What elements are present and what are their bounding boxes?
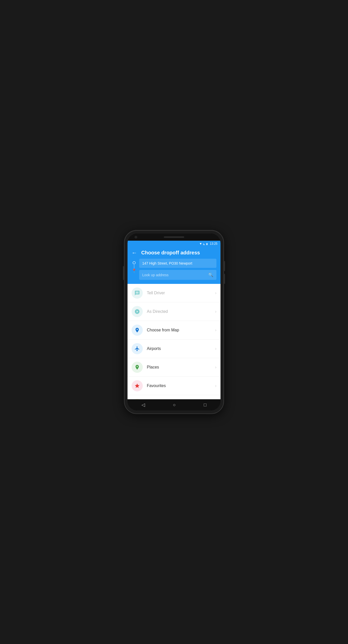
- menu-item-tell-driver[interactable]: Tell Driver ›: [128, 284, 220, 302]
- tell-driver-chevron: ›: [215, 291, 216, 295]
- menu-item-favourites[interactable]: Favourites ›: [128, 377, 220, 395]
- menu-item-airports[interactable]: Airports ›: [128, 340, 220, 358]
- power-button: [123, 266, 124, 280]
- menu-item-places[interactable]: Places ›: [128, 358, 220, 377]
- as-directed-chevron: ›: [215, 309, 216, 314]
- nav-back-button[interactable]: ◁: [141, 402, 145, 408]
- dropoff-pin-icon: 📍: [132, 269, 137, 273]
- status-bar: ▼ ◣ ▮ 13:25: [128, 241, 220, 247]
- back-button[interactable]: ←: [132, 250, 137, 256]
- choose-from-map-label: Choose from Map: [147, 328, 215, 332]
- menu-item-as-directed[interactable]: As Directed ›: [128, 302, 220, 321]
- contact-book-icon: [132, 399, 143, 399]
- status-time: 13:25: [210, 242, 217, 246]
- bottom-nav-bar: ◁ ○ □: [128, 399, 220, 410]
- tell-driver-label: Tell Driver: [147, 291, 215, 295]
- nav-home-button[interactable]: ○: [173, 402, 176, 408]
- airports-label: Airports: [147, 346, 215, 351]
- tell-driver-icon: [132, 287, 143, 299]
- dropoff-search-field[interactable]: 🔍: [139, 270, 216, 280]
- battery-icon: ▮: [206, 242, 208, 245]
- search-input[interactable]: [142, 273, 208, 277]
- menu-item-choose-from-map[interactable]: Choose from Map ›: [128, 321, 220, 340]
- choose-from-map-icon: [132, 325, 143, 336]
- header-title-row: ← Choose dropoff address: [132, 250, 216, 256]
- airports-icon: [132, 343, 143, 354]
- nav-recent-button[interactable]: □: [204, 402, 207, 408]
- menu-list: Tell Driver › As Directed › Choose from …: [128, 284, 220, 399]
- wifi-icon: ▼: [199, 242, 202, 246]
- places-icon: [132, 362, 143, 373]
- pickup-address-field: 147 High Street, PO30 Newport: [139, 259, 216, 268]
- places-chevron: ›: [215, 365, 216, 370]
- choose-from-map-chevron: ›: [215, 328, 216, 332]
- address-inputs-area: 📍 147 High Street, PO30 Newport 🔍: [132, 259, 216, 280]
- places-label: Places: [147, 365, 215, 370]
- airports-chevron: ›: [215, 346, 216, 351]
- page-title: Choose dropoff address: [141, 250, 200, 256]
- as-directed-icon: [132, 306, 143, 317]
- favourites-label: Favourites: [147, 384, 215, 388]
- address-icons-column: 📍: [132, 259, 137, 273]
- address-fields-column: 147 High Street, PO30 Newport 🔍: [139, 259, 216, 280]
- status-icons: ▼ ◣ ▮ 13:25: [199, 242, 217, 246]
- route-dotted-line: [134, 265, 134, 268]
- phone-screen: ▼ ◣ ▮ 13:25 ← Choose dropoff address 📍: [128, 234, 220, 410]
- signal-icon: ◣: [203, 242, 205, 245]
- favourites-icon: [132, 380, 143, 391]
- pickup-address-text: 147 High Street, PO30 Newport: [142, 261, 192, 265]
- favourites-chevron: ›: [215, 384, 216, 388]
- search-icon[interactable]: 🔍: [208, 272, 213, 277]
- volume-up-button: [224, 261, 225, 271]
- pickup-circle-icon: [133, 261, 136, 264]
- phone-top-hardware: [128, 234, 220, 241]
- volume-down-button: [224, 274, 225, 284]
- menu-item-contact-book[interactable]: Contact Book ›: [128, 395, 220, 399]
- speaker: [164, 236, 184, 238]
- camera: [135, 236, 137, 238]
- app-header: ← Choose dropoff address 📍 147 High Stre…: [128, 247, 220, 284]
- as-directed-label: As Directed: [147, 309, 215, 314]
- phone-device: ▼ ◣ ▮ 13:25 ← Choose dropoff address 📍: [124, 231, 224, 413]
